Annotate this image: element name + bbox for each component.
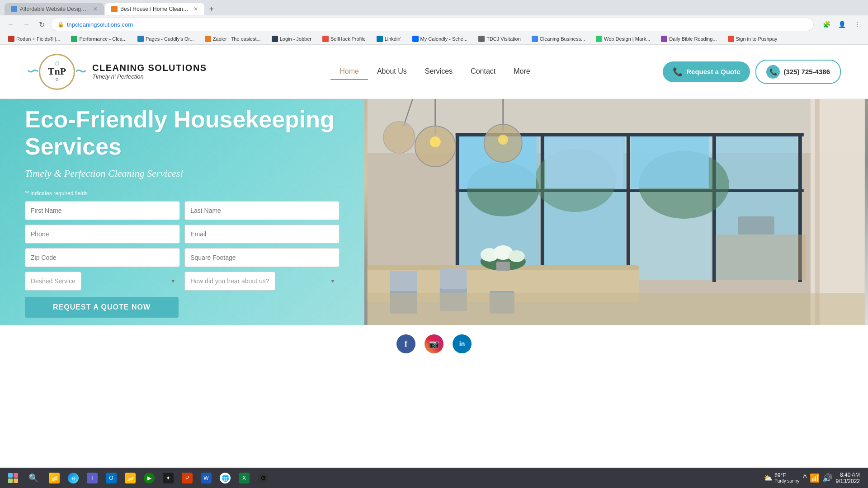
form-required-note: '*' indicates required fields: [25, 190, 340, 197]
teal-curl-right-icon: 〜: [75, 64, 87, 80]
bookmark-7[interactable]: Linkdin': [373, 35, 405, 43]
square-footage-input[interactable]: [184, 248, 340, 267]
email-input[interactable]: [184, 225, 340, 244]
facebook-button[interactable]: f: [396, 334, 415, 353]
search-button[interactable]: 🔍: [25, 470, 42, 486]
quote-button-label: Request a Quote: [686, 68, 740, 75]
bookmark-icon-4: [205, 36, 211, 42]
svg-point-24: [498, 135, 508, 145]
instagram-icon: 📷: [429, 339, 439, 349]
phone-input[interactable]: [25, 225, 180, 244]
quote-icon: 📞: [673, 67, 683, 77]
svg-rect-6: [456, 133, 459, 282]
bookmark-label-9: TDCJ Visitation: [486, 36, 521, 42]
bookmark-label-5: Login - Jobber: [280, 36, 311, 42]
instagram-button[interactable]: 📷: [425, 334, 443, 353]
bookmark-4[interactable]: Zapier | The easiest...: [201, 35, 264, 43]
tab-favicon-1: [11, 6, 17, 12]
taskbar-browser[interactable]: e: [64, 469, 82, 487]
address-text: tnpcleaningsolutions.com: [67, 21, 133, 28]
nav-more[interactable]: More: [505, 64, 539, 80]
bookmark-11[interactable]: Web Design | Mark...: [592, 35, 654, 43]
form-row-dropdowns: Desired Service How did you hear about u…: [25, 272, 340, 291]
bookmark-1[interactable]: Rodan + Fields® |...: [5, 35, 64, 43]
bookmark-8[interactable]: My Calendly - Sche...: [409, 35, 472, 43]
forward-button[interactable]: →: [20, 18, 33, 31]
taskbar-figma[interactable]: ✦: [159, 469, 177, 487]
menu-button[interactable]: ⋮: [851, 18, 863, 31]
nav-home[interactable]: Home: [330, 64, 368, 80]
request-quote-submit-button[interactable]: REQUEST A QUOTE NOW: [25, 297, 179, 318]
teams-icon: T: [87, 473, 98, 483]
tab-close-2[interactable]: ✕: [193, 6, 198, 12]
bookmark-icon-2: [71, 36, 77, 42]
chevron-up-icon[interactable]: ^: [803, 473, 807, 483]
taskbar-app12[interactable]: ⚙: [254, 469, 272, 487]
taskbar-app5[interactable]: 📂: [121, 469, 139, 487]
tab-1[interactable]: Affordable Website Design | Sm... ✕: [5, 3, 104, 15]
search-icon: 🔍: [28, 473, 38, 483]
bookmark-icon-1: [8, 36, 14, 42]
taskbar-chrome[interactable]: 🌐: [216, 469, 234, 487]
taskbar-excel[interactable]: X: [235, 469, 253, 487]
taskbar-outlook[interactable]: O: [102, 469, 120, 487]
weather-icon: ⛅: [764, 474, 773, 482]
bookmark-10[interactable]: Cleaning Business...: [528, 35, 589, 43]
taskbar-file-explorer[interactable]: 📁: [45, 469, 63, 487]
tab-close-1[interactable]: ✕: [93, 6, 98, 12]
bookmark-label-10: Cleaning Business...: [540, 36, 585, 42]
taskbar-app6[interactable]: ▶: [140, 469, 158, 487]
phone-button[interactable]: 📞 (325) 725-4386: [755, 60, 841, 84]
new-tab-button[interactable]: +: [205, 3, 218, 15]
profile-button[interactable]: 👤: [835, 18, 848, 31]
start-button[interactable]: [5, 469, 22, 487]
hear-about-select[interactable]: How did you hear about us?: [184, 272, 275, 291]
last-name-input[interactable]: [184, 201, 340, 220]
tab-2[interactable]: Best House / Home Cleaning & ... ✕: [105, 3, 204, 15]
taskbar-word[interactable]: W: [197, 469, 215, 487]
bookmark-9[interactable]: TDCJ Visitation: [475, 35, 524, 43]
hero-subtitle: Timely & Perfection Cleaning Services!: [25, 168, 340, 179]
clock-subtitle: ⚙: [55, 77, 59, 82]
bookmark-label-2: Performance - Clea...: [79, 36, 127, 42]
address-bar-row: ← → ↻ 🔒 tnpcleaningsolutions.com 🧩 👤 ⋮: [0, 15, 868, 33]
header-cta: 📞 Request a Quote 📞 (325) 725-4386: [663, 60, 841, 84]
phone-icon-circle: 📞: [766, 65, 780, 79]
chrome-icon: 🌐: [220, 473, 231, 483]
svg-rect-33: [496, 262, 510, 271]
address-input[interactable]: 🔒 tnpcleaningsolutions.com: [51, 18, 814, 31]
form-row-contact: [25, 225, 340, 244]
zip-input[interactable]: [25, 248, 180, 267]
form-row-location: [25, 248, 340, 267]
refresh-button[interactable]: ↻: [35, 18, 48, 31]
desired-service-select[interactable]: Desired Service: [25, 272, 81, 291]
bookmark-5[interactable]: Login - Jobber: [268, 35, 315, 43]
taskbar-app8[interactable]: P: [178, 469, 196, 487]
system-clock[interactable]: 8:40 AM 9/13/2022: [836, 472, 860, 484]
hear-about-wrapper: How did you hear about us?: [184, 272, 340, 291]
request-quote-button[interactable]: 📞 Request a Quote: [663, 61, 750, 82]
tab-favicon-2: [111, 6, 118, 12]
nav-contact[interactable]: Contact: [462, 64, 505, 80]
bookmark-3[interactable]: Pages - Cuddly's Or...: [134, 35, 198, 43]
volume-icon[interactable]: 🔊: [822, 473, 832, 483]
phone-number: (325) 725-4386: [783, 68, 830, 75]
nav-services[interactable]: Services: [416, 64, 462, 80]
back-button[interactable]: ←: [5, 18, 17, 31]
nav-about[interactable]: About Us: [368, 64, 416, 80]
bookmark-2[interactable]: Performance - Clea...: [67, 35, 130, 43]
svg-rect-8: [627, 133, 630, 282]
taskbar-teams[interactable]: T: [83, 469, 101, 487]
linkedin-button[interactable]: in: [453, 334, 472, 353]
bookmark-12[interactable]: Daily Bible Reading...: [657, 35, 720, 43]
weather-widget[interactable]: ⛅ 69°F Partly sunny: [764, 472, 799, 483]
bookmark-label-7: Linkdin': [385, 36, 401, 42]
bookmark-6[interactable]: SellHack Profile: [319, 35, 369, 43]
svg-rect-7: [541, 133, 544, 282]
network-icon[interactable]: 📶: [810, 473, 820, 483]
first-name-input[interactable]: [25, 201, 180, 220]
company-name: CLEANING SOLUTIONS: [92, 63, 207, 72]
extensions-button[interactable]: 🧩: [820, 18, 833, 31]
bookmark-13[interactable]: Sign in to Pushpay: [724, 35, 781, 43]
bookmark-label-11: Web Design | Mark...: [604, 36, 650, 42]
